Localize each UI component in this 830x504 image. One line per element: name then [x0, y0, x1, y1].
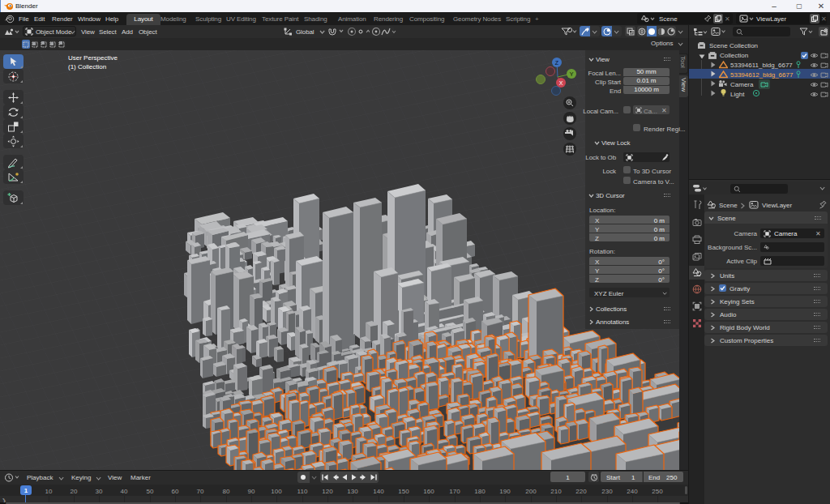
svg-text:X: X — [559, 80, 563, 86]
svg-text:Z: Z — [555, 60, 559, 66]
svg-text:Y: Y — [570, 71, 574, 77]
